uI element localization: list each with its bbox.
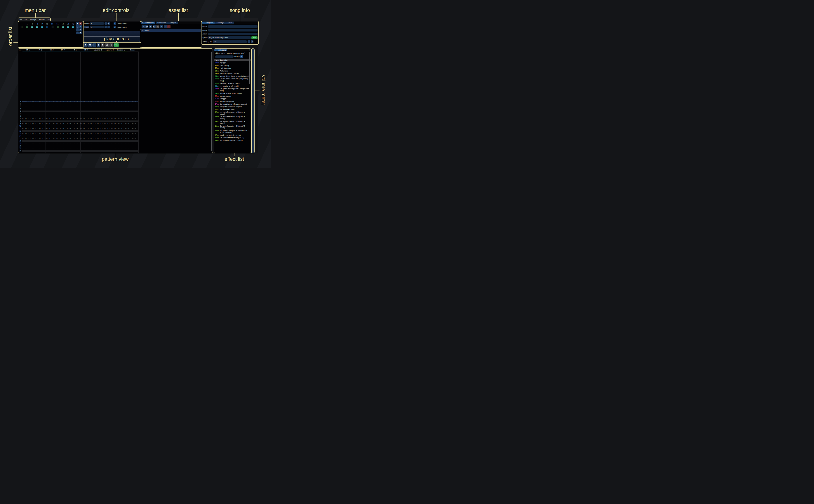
pattern-cell[interactable]: ··· ·· ·· ·· ·· (92, 120, 103, 122)
channel-header-fm-1[interactable]: FM 1 (22, 49, 34, 52)
pattern-cell[interactable]: ··· ·· ·· ·· ·· (45, 120, 57, 122)
pattern-cell[interactable]: ··· ·· ·· ·· ·· (69, 138, 80, 139)
octave-input[interactable]: 3 (90, 22, 104, 25)
auto-system-button[interactable]: Auto (251, 36, 257, 39)
pattern-cell[interactable]: ··· ·· ·· ·· ·· (80, 103, 92, 105)
follow-orders-checkbox[interactable]: ✓ (114, 22, 116, 25)
channel-header-fm-3[interactable]: FM 3 (46, 49, 57, 52)
tuning-field[interactable]: 440 (213, 40, 247, 43)
open-asset-button[interactable] (149, 25, 152, 28)
pattern-cell[interactable]: ··· ·· ·· ·· ·· (69, 116, 80, 117)
effect-row[interactable]: 12xxSet level of operator 1 (0 highest, … (214, 111, 250, 116)
pattern-cell[interactable]: ··· ·· ·· ·· ·· (45, 111, 57, 112)
pattern-cell[interactable]: ··· ·· ·· ·· ·· (92, 116, 103, 117)
pattern-cell[interactable]: ··· ·· ·· ·· ·· (22, 123, 34, 124)
pattern-cell[interactable]: ··· ·· ·· ·· ·· (22, 113, 34, 115)
tuning-plus-button[interactable]: + (251, 40, 253, 43)
effect-row[interactable]: 00xyArpeggio (214, 62, 250, 64)
pattern-cell[interactable]: ··· ·· ·· ·· ·· (103, 130, 115, 132)
pattern-cell[interactable]: ··· ·· ·· ·· ·· (80, 120, 92, 122)
pattern-cell[interactable]: ··· ·· ·· ·· ·· (69, 111, 80, 112)
menu-item-window[interactable]: window (39, 19, 45, 21)
pattern-cell[interactable]: ··· ·· ·· ·· ·· (92, 106, 103, 107)
effect-row[interactable]: 0AxyVolume slide (0y: down; x0: up) (214, 92, 250, 95)
pattern-cell[interactable]: ··· ·· ·· ·· ·· (115, 101, 127, 102)
pattern-cell[interactable]: ··· ·· ·· ·· ·· (80, 106, 92, 107)
effect-row[interactable]: 13xxSet level of operator 2 (0 highest, … (214, 116, 250, 120)
pattern-cell[interactable]: ··· ·· ·· ·· ·· (80, 101, 92, 102)
pattern-cell[interactable]: ··· ·· ·· ·· ·· (69, 150, 80, 152)
pattern-row[interactable]: 15··· ·· ·· ·· ····· ·· ·· ·· ····· ·· ·… (18, 137, 138, 140)
tab-samples[interactable]: Samples (168, 22, 178, 24)
pattern-row[interactable]: 3··· ·· ·· ·· ····· ·· ·· ·· ····· ·· ··… (18, 108, 138, 110)
effect-row[interactable]: 17xxToggle PCM mode (LEGACY) (214, 134, 250, 137)
step-down-button[interactable] (97, 43, 100, 47)
pattern-cell[interactable]: ··· ·· ·· ·· ·· (57, 150, 69, 152)
pattern-cell[interactable]: ··· ·· ·· ·· ·· (103, 118, 115, 119)
pattern-row[interactable]: 19··· ·· ·· ·· ····· ·· ·· ·· ····· ·· ·… (18, 147, 138, 149)
order-cell[interactable]: 00 (55, 26, 60, 28)
order-row[interactable]: 0000000000000000000000 (19, 26, 76, 28)
pattern-cell[interactable]: ··· ·· ·· ·· ·· (45, 108, 57, 110)
pattern-cell[interactable]: ··· ·· ·· ·· ·· (80, 111, 92, 112)
pattern-cell[interactable]: ··· ·· ·· ·· ·· (127, 145, 138, 147)
pattern-cell[interactable]: ··· ·· ·· ·· ·· (22, 106, 34, 107)
pattern-row[interactable]: 14··· ·· ·· ·· ····· ·· ·· ·· ····· ·· ·… (18, 135, 138, 137)
album-field[interactable] (208, 33, 257, 35)
pattern-cell[interactable]: ··· ·· ·· ·· ·· (69, 140, 80, 142)
pattern-cell[interactable]: ··· ·· ·· ·· ·· (80, 113, 92, 115)
pattern-cell[interactable]: ··· ·· ·· ·· ·· (45, 101, 57, 102)
pattern-cell[interactable]: ··· ·· ·· ·· ·· (34, 118, 45, 119)
pattern-cell[interactable]: ··· ·· ·· ·· ·· (92, 130, 103, 132)
pattern-cell[interactable]: ··· ·· ·· ·· ·· (34, 125, 45, 127)
effect-row[interactable]: 08xySet panning (x: left; y: right) (214, 85, 250, 88)
pattern-cell[interactable]: ··· ·· ·· ·· ·· (127, 103, 138, 105)
pattern-row[interactable]: 7··· ·· ·· ·· ····· ·· ·· ·· ····· ·· ··… (18, 118, 138, 120)
pattern-row[interactable]: 6··· ·· ·· ·· ····· ·· ·· ·· ····· ·· ··… (18, 115, 138, 117)
move-order-up-button[interactable]: › (79, 25, 82, 28)
effect-row[interactable]: 11xxSet feedback (0 to 7) (214, 108, 250, 111)
pattern-cell[interactable]: ··· ·· ·· ·· ·· (22, 108, 34, 110)
pattern-cell[interactable]: ··· ·· ·· ·· ·· (45, 150, 57, 152)
pattern-cell[interactable]: ··· ·· ·· ·· ·· (92, 103, 103, 105)
pattern-row[interactable]: 8··· ·· ·· ·· ····· ·· ·· ·· ····· ·· ··… (18, 120, 138, 122)
pattern-cell[interactable]: ··· ·· ·· ·· ·· (115, 123, 127, 124)
pattern-cell[interactable]: ··· ·· ·· ·· ·· (22, 125, 34, 127)
pattern-cell[interactable]: ··· ·· ·· ·· ·· (22, 138, 34, 139)
pattern-cell[interactable]: ··· ·· ·· ·· ·· (57, 140, 69, 142)
pattern-row[interactable]: 13··· ·· ·· ·· ····· ·· ·· ·· ····· ·· ·… (18, 132, 138, 135)
pattern-cell[interactable]: ··· ·· ·· ·· ·· (57, 143, 69, 144)
effect-row[interactable]: 04xyVibrato (x: speed; y: depth) (214, 72, 250, 75)
pattern-cell[interactable]: ··· ·· ·· ·· ·· (34, 120, 45, 122)
pattern-cell[interactable]: ··· ·· ·· ·· ·· (127, 130, 138, 132)
pattern-cell[interactable]: ··· ·· ·· ·· ·· (34, 128, 45, 129)
pattern-cell[interactable]: ··· ·· ·· ·· ·· (45, 123, 57, 124)
pattern-cell[interactable]: ··· ·· ·· ·· ·· (103, 113, 115, 115)
pattern-cell[interactable]: ··· ·· ·· ·· ·· (22, 145, 34, 147)
pattern-cell[interactable]: ··· ·· ·· ·· ·· (92, 150, 103, 152)
pattern-row[interactable]: 4··· ·· ·· ·· ····· ·· ·· ·· ····· ·· ··… (18, 110, 138, 113)
pattern-cell[interactable]: ··· ·· ·· ·· ·· (57, 106, 69, 107)
tab-speed[interactable]: Speed (226, 22, 234, 24)
pattern-cell[interactable]: ··· ·· ·· ·· ·· (57, 101, 69, 102)
duplicate-asset-button[interactable] (145, 25, 148, 28)
step-input[interactable]: 1 (90, 26, 104, 28)
pattern-cell[interactable]: ··· ·· ·· ·· ·· (34, 113, 45, 115)
name-field[interactable] (208, 25, 257, 28)
pattern-cell[interactable]: ··· ·· ·· ·· ·· (92, 145, 103, 147)
pattern-cell[interactable]: ··· ·· ·· ·· ·· (45, 103, 57, 105)
pattern-cell[interactable]: ··· ·· ·· ·· ·· (92, 111, 103, 112)
order-edit-mode-button[interactable] (79, 32, 82, 34)
octave-minus-button[interactable]: - (104, 22, 107, 25)
pattern-cell[interactable]: ··· ·· ·· ·· ·· (92, 140, 103, 142)
pattern-cell[interactable]: ··· ·· ·· ·· ·· (69, 125, 80, 127)
pattern-cell[interactable]: ··· ·· ·· ·· ·· (57, 111, 69, 112)
effect-row[interactable]: 01xxPitch slide up (214, 64, 250, 67)
tab-instruments[interactable]: Instruments (143, 22, 155, 24)
pattern-cell[interactable]: ··· ·· ·· ·· ·· (92, 143, 103, 144)
pattern-row[interactable]: 12··· ·· ·· ·· ····· ·· ·· ·· ····· ·· ·… (18, 130, 138, 132)
octave-plus-button[interactable]: + (107, 22, 110, 25)
pattern-cell[interactable]: ··· ·· ·· ·· ·· (127, 120, 138, 122)
pattern-cell[interactable]: ··· ·· ·· ·· ·· (57, 130, 69, 132)
menu-item-help[interactable]: help (48, 19, 51, 21)
